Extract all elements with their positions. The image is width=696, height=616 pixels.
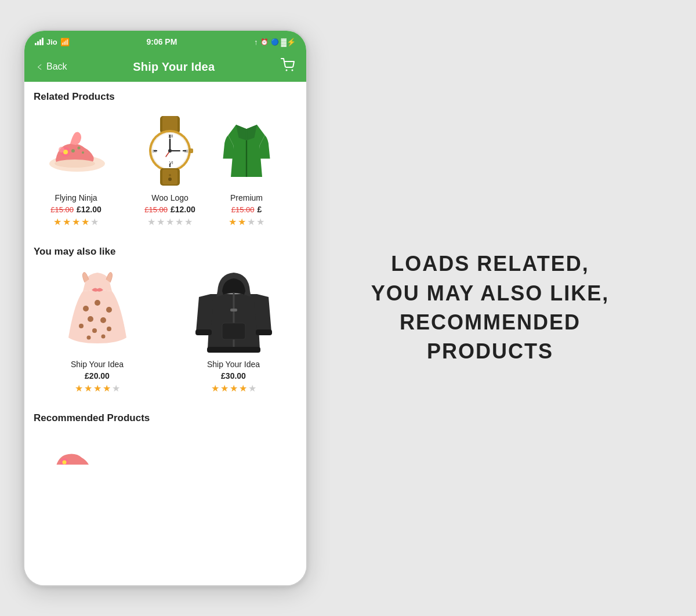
product-card-flying-ninja[interactable]: Flying Ninja £15.00 £12.00 ★ ★ ★ ★ ★ xyxy=(32,108,119,231)
signal-bars-icon xyxy=(35,38,44,45)
original-price: £15.00 xyxy=(144,205,168,214)
product-card-premium[interactable]: Premium £15.00 £ ★ ★ ★ ★ xyxy=(220,108,273,231)
svg-text:VI: VI xyxy=(169,161,173,165)
star-2: ★ xyxy=(238,216,246,227)
location-icon: ↑ xyxy=(254,38,258,46)
product-image-wrap xyxy=(38,113,114,189)
star-5: ★ xyxy=(90,216,99,227)
product-image-wrap xyxy=(54,268,141,355)
time-display: 9:06 PM xyxy=(146,37,177,46)
star-1: ★ xyxy=(229,216,237,227)
product-price-row: £15.00 £ xyxy=(231,205,262,214)
star-1: ★ xyxy=(75,383,83,394)
star-rating: ★ ★ ★ ★ ★ xyxy=(211,383,256,394)
alarm-icon: ⏰ xyxy=(260,38,269,46)
svg-text:XII: XII xyxy=(168,134,173,138)
sale-price: £12.00 xyxy=(77,205,102,214)
svg-point-30 xyxy=(168,177,172,181)
product-name: Flying Ninja xyxy=(55,193,97,202)
star-2: ★ xyxy=(157,216,165,227)
svg-rect-48 xyxy=(222,323,245,339)
svg-rect-29 xyxy=(162,169,177,184)
product-image-wrap: XII III VI IX xyxy=(132,113,208,189)
star-1: ★ xyxy=(147,216,155,227)
product-image-wrap xyxy=(220,113,273,189)
product-card-dress[interactable]: Ship Your Idea £20.00 ★ ★ ★ ★ ★ xyxy=(32,263,162,397)
star-3: ★ xyxy=(230,383,238,394)
svg-point-40 xyxy=(107,327,111,331)
star-1: ★ xyxy=(53,216,61,227)
star-5: ★ xyxy=(112,383,120,394)
star-rating: ★ ★ ★ ★ ★ xyxy=(147,216,193,227)
nav-bar: ﹤ Back Ship Your Idea xyxy=(24,52,306,82)
also-like-title: You may also like xyxy=(24,237,306,263)
dress-svg xyxy=(57,268,138,355)
svg-rect-47 xyxy=(207,347,260,353)
original-price: £15.00 xyxy=(50,205,74,214)
back-chevron-icon: ﹤ xyxy=(35,60,45,74)
cart-icon xyxy=(281,58,296,72)
wifi-icon: 📶 xyxy=(60,38,70,46)
svg-point-33 xyxy=(83,306,89,311)
svg-point-35 xyxy=(106,307,112,313)
star-3: ★ xyxy=(93,383,102,394)
status-left: Jio 📶 xyxy=(35,38,70,46)
svg-rect-45 xyxy=(195,329,212,335)
product-card-woo-logo[interactable]: XII III VI IX xyxy=(126,108,213,231)
svg-text:III: III xyxy=(184,149,188,153)
phone-content[interactable]: Related Products xyxy=(24,82,306,585)
product-image-wrap xyxy=(190,268,277,355)
star-3: ★ xyxy=(72,216,80,227)
svg-point-34 xyxy=(95,300,100,306)
product-name: Ship Your Idea xyxy=(207,360,260,369)
product-card-hoodie[interactable]: Ship Your Idea £30.00 ★ ★ ★ ★ ★ xyxy=(169,263,298,397)
product-name: Ship Your Idea xyxy=(71,360,124,369)
svg-point-42 xyxy=(101,335,105,339)
star-rating: ★ ★ ★ ★ ★ xyxy=(75,383,120,394)
status-bar: Jio 📶 9:06 PM ↑ ⏰ 🔵 ▓⚡ xyxy=(24,31,306,52)
battery-icon: ▓⚡ xyxy=(281,38,296,46)
star-3: ★ xyxy=(166,216,174,227)
star-2: ★ xyxy=(220,383,229,394)
product-price-row: £15.00 £12.00 xyxy=(144,205,195,214)
carrier-label: Jio xyxy=(46,38,57,46)
rec-shoe-svg xyxy=(44,430,102,465)
phone-frame: Jio 📶 9:06 PM ↑ ⏰ 🔵 ▓⚡ ﹤ Back Ship Your … xyxy=(23,30,307,586)
svg-point-36 xyxy=(88,316,93,322)
promo-line-2: YOU MAY ALSO LIKE, xyxy=(342,279,638,308)
cart-button[interactable] xyxy=(281,58,296,75)
star-5: ★ xyxy=(248,383,256,394)
price: £30.00 xyxy=(221,371,246,381)
product-name: Premium xyxy=(230,193,263,202)
svg-rect-11 xyxy=(162,116,177,132)
svg-point-0 xyxy=(286,70,288,71)
bluetooth-icon: 🔵 xyxy=(271,38,279,46)
page-wrapper: Jio 📶 9:06 PM ↑ ⏰ 🔵 ▓⚡ ﹤ Back Ship Your … xyxy=(0,0,696,616)
also-like-grid: Ship Your Idea £20.00 ★ ★ ★ ★ ★ xyxy=(24,263,306,403)
status-right: ↑ ⏰ 🔵 ▓⚡ xyxy=(254,38,296,46)
related-products-row: Flying Ninja £15.00 £12.00 ★ ★ ★ ★ ★ xyxy=(24,108,306,237)
promo-line-1: LOADS RELATED, xyxy=(342,249,638,278)
star-1: ★ xyxy=(211,383,219,394)
star-2: ★ xyxy=(84,383,92,394)
star-2: ★ xyxy=(63,216,71,227)
related-products-title: Related Products xyxy=(24,82,306,108)
product-price-row: £15.00 £12.00 xyxy=(50,205,102,214)
original-price: £15.00 xyxy=(231,205,255,214)
star-4: ★ xyxy=(239,383,247,394)
price: £20.00 xyxy=(85,371,110,381)
svg-point-31 xyxy=(169,174,171,176)
star-4: ★ xyxy=(175,216,183,227)
star-4: ★ xyxy=(256,216,264,227)
page-title: Ship Your Idea xyxy=(133,60,215,74)
shoe-svg xyxy=(41,116,111,186)
promo-line-3: RECOMMENDED PRODUCTS xyxy=(342,308,638,367)
star-rating: ★ ★ ★ ★ xyxy=(229,216,264,227)
svg-rect-46 xyxy=(256,329,272,335)
svg-point-26 xyxy=(168,149,172,153)
svg-point-37 xyxy=(100,317,106,323)
star-4: ★ xyxy=(81,216,89,227)
back-button[interactable]: ﹤ Back xyxy=(35,60,67,74)
star-rating: ★ ★ ★ ★ ★ xyxy=(53,216,99,227)
svg-point-5 xyxy=(59,147,64,153)
